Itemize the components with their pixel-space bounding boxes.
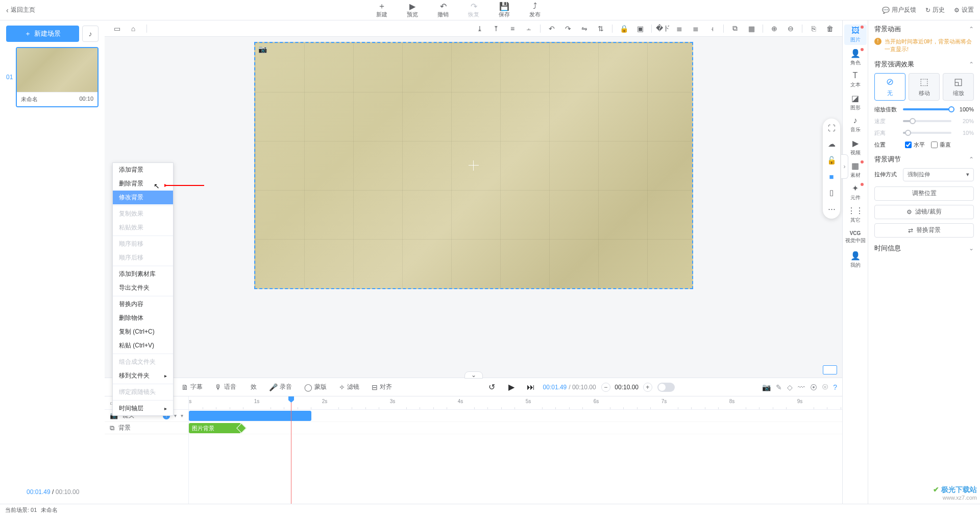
ctx-删除物体[interactable]: 删除物体 <box>113 311 173 325</box>
stretch-select[interactable]: 强制拉伸 ▾ <box>903 168 974 181</box>
effect-缩放[interactable]: ◱缩放 <box>943 73 974 101</box>
tl-tab-record[interactable]: 🎤录音 <box>264 381 297 393</box>
align-top-icon[interactable]: ⤒ <box>489 22 503 35</box>
filter-crop-button[interactable]: ⚙ 滤镜/裁剪 <box>874 205 974 219</box>
align-right-icon[interactable]: ≣ <box>689 22 703 35</box>
track-head-background[interactable]: ⧉ 背景 <box>105 422 188 434</box>
rotate-right-icon[interactable]: ↷ <box>561 22 575 35</box>
phone-icon[interactable]: ▯ <box>829 188 834 197</box>
timeline-toggle[interactable] <box>657 383 675 392</box>
section-bg-anim[interactable]: 背景动画 ⌃ <box>874 25 974 34</box>
settings-link[interactable]: ⚙设置 <box>954 6 974 14</box>
timeline-prev-icon[interactable]: ↺ <box>485 380 499 394</box>
track-row-background[interactable]: 图片背景 <box>189 422 842 434</box>
slider-bar[interactable] <box>903 108 951 110</box>
ctx-删除背景[interactable]: 删除背景 <box>113 177 173 191</box>
obj-vcg[interactable]: VCG视觉中国 <box>844 227 867 247</box>
rotate-left-icon[interactable]: ↶ <box>545 22 559 35</box>
obj-image[interactable]: 🖼图片 <box>844 25 867 45</box>
timeline-play-icon[interactable]: ▶ <box>504 380 519 394</box>
stage[interactable]: 📷 ⛶ ☁ 🔓 ■ ▯ ⋯ › ⌄ <box>105 37 842 378</box>
zoom-out-button[interactable]: − <box>601 383 610 392</box>
ctx-时间轴层[interactable]: 时间轴层▸ <box>113 402 173 415</box>
minimap[interactable] <box>823 365 837 374</box>
ctx-修改背景[interactable]: 修改背景 <box>113 191 173 204</box>
ctx-添加到素材库[interactable]: 添加到素材库 <box>113 267 173 281</box>
chevron-down-icon[interactable]: ▾ <box>181 413 183 418</box>
chevron-down-icon[interactable]: ▾ <box>174 413 177 418</box>
ctx-替换内容[interactable]: 替换内容 <box>113 297 173 311</box>
undo-button[interactable]: ↶撤销 <box>430 2 456 18</box>
align-left-icon[interactable]: �ド <box>656 22 670 35</box>
playhead[interactable] <box>291 396 291 504</box>
vertical-checkbox[interactable]: 垂直 <box>931 141 951 149</box>
music-button[interactable]: ♪ <box>82 26 99 42</box>
align-bottom-icon[interactable]: ⤓ <box>473 22 487 35</box>
obj-video[interactable]: ▶视频 <box>844 137 867 157</box>
replace-bg-button[interactable]: ⇄ 替换背景 <box>874 223 974 238</box>
obj-text[interactable]: T文本 <box>844 69 867 90</box>
section-bg-adjust[interactable]: 背景调节 ⌃ <box>874 155 974 164</box>
align-hcenter-icon[interactable]: ≣ <box>672 22 687 35</box>
zoom-out-icon[interactable]: ⊖ <box>783 22 798 35</box>
publish-button[interactable]: ⤴发布 <box>522 2 548 18</box>
edit-icon[interactable]: ✎ <box>776 383 782 391</box>
camera-snap-icon[interactable]: 📷 <box>762 383 771 391</box>
timeline-next-icon[interactable]: ⏭ <box>524 380 538 394</box>
fullscreen-icon[interactable]: ⛶ <box>828 124 836 132</box>
copy-icon[interactable]: ⎘ <box>806 22 821 35</box>
grid-icon[interactable]: ▦ <box>744 22 758 35</box>
keyframe-diamond-icon[interactable] <box>236 423 247 433</box>
tl-tab-filter[interactable]: ✧滤镜 <box>334 381 364 393</box>
obj-mine[interactable]: 👤我的 <box>844 249 867 270</box>
obj-material[interactable]: ▦素材 <box>844 159 867 180</box>
tl-tab-align[interactable]: ⊟对齐 <box>366 381 397 393</box>
horizontal-checkbox[interactable]: 水平 <box>905 141 925 149</box>
lock-icon[interactable]: 🔒 <box>617 22 631 35</box>
scene-card[interactable]: 未命名 00:10 <box>16 47 99 107</box>
ctx-添加背景[interactable]: 添加背景 <box>113 163 173 177</box>
preview-button[interactable]: ▶预览 <box>399 2 426 18</box>
loop-start-icon[interactable]: ⦿ <box>810 383 817 391</box>
back-to-home[interactable]: ‹ 返回主页 <box>6 6 35 14</box>
tl-tab-template[interactable]: ◯蒙版 <box>299 381 332 393</box>
ctx-粘贴 (Ctrl+V)[interactable]: 粘贴 (Ctrl+V) <box>113 339 173 353</box>
obj-element[interactable]: ✦元件 <box>844 182 867 202</box>
loop-end-icon[interactable]: ⦾ <box>822 383 828 391</box>
unlock-icon[interactable]: 🔓 <box>827 156 837 165</box>
zoom-in-button[interactable]: + <box>643 383 652 392</box>
track-row-camera[interactable] <box>189 410 842 422</box>
flip-h-icon[interactable]: ⇋ <box>577 22 592 35</box>
keyframe-icon[interactable]: ◇ <box>787 383 793 391</box>
more-icon[interactable]: ⋯ <box>828 204 836 214</box>
help-icon[interactable]: ? <box>833 383 837 391</box>
square-icon[interactable]: ■ <box>829 172 834 181</box>
history-link[interactable]: ↻历史 <box>925 6 945 14</box>
effect-移动[interactable]: ⬚移动 <box>909 73 940 101</box>
flip-v-icon[interactable]: ⇅ <box>594 22 608 35</box>
vertical-checkbox-input[interactable] <box>931 142 938 148</box>
tl-tab-effect[interactable]: 效 <box>243 381 262 393</box>
collapse-canvas-icon[interactable]: ⌄ <box>464 371 483 379</box>
tl-tab-sub[interactable]: 🗎字幕 <box>176 381 208 393</box>
distribute-h-icon[interactable]: ⫞ <box>705 22 719 35</box>
tl-tab-voice[interactable]: 🎙语音 <box>210 381 241 393</box>
obj-other[interactable]: ⋮⋮其它 <box>844 204 867 225</box>
distribute-v-icon[interactable]: ≡ <box>505 22 520 35</box>
context-menu[interactable]: 添加背景删除背景修改背景复制效果粘贴效果顺序前移顺序后移添加到素材库导出文件夹替… <box>112 162 174 416</box>
zoom-in-icon[interactable]: ⊕ <box>767 22 781 35</box>
ctx-复制 (Ctrl+C)[interactable]: 复制 (Ctrl+C) <box>113 325 173 339</box>
align-vcenter-icon[interactable]: ⫠ <box>522 22 536 35</box>
delete-icon[interactable]: 🗑 <box>823 22 837 35</box>
horizontal-checkbox-input[interactable] <box>905 142 912 148</box>
new-button[interactable]: ＋新建 <box>369 2 395 18</box>
section-bg-emphasis[interactable]: 背景强调效果 ⌃ <box>874 60 974 69</box>
snap-icon[interactable]: ⧉ <box>728 22 742 35</box>
obj-music[interactable]: ♪音乐 <box>844 114 867 135</box>
obj-role[interactable]: 👤角色 <box>844 47 867 67</box>
save-button[interactable]: 💾保存 <box>491 2 518 18</box>
layer-icon[interactable]: ▭ <box>110 22 124 35</box>
cloud-icon[interactable]: ☁ <box>828 139 836 149</box>
group-icon[interactable]: ▣ <box>633 22 647 35</box>
camera-clip[interactable] <box>189 411 311 421</box>
